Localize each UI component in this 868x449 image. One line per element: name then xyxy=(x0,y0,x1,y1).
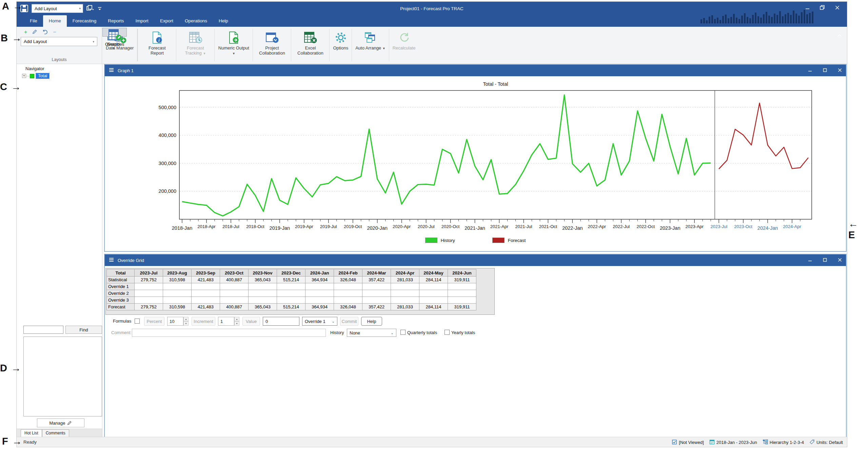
tab-home[interactable]: Home xyxy=(43,15,67,27)
maximize-icon[interactable] xyxy=(823,67,827,74)
hamburger-menu-icon[interactable] xyxy=(109,257,114,263)
percent-stepper[interactable]: 10 ▲▼ xyxy=(167,317,189,326)
grid-cell[interactable]: 365,043 xyxy=(249,277,277,283)
grid-cell[interactable] xyxy=(192,290,220,297)
increment-button[interactable]: Increment xyxy=(192,317,215,326)
hamburger-menu-icon[interactable] xyxy=(109,67,114,74)
grid-cell[interactable] xyxy=(305,290,334,297)
minimize-icon[interactable] xyxy=(805,5,810,10)
grid-cell[interactable]: 364,934 xyxy=(305,304,334,310)
value-button[interactable]: Value xyxy=(242,317,260,326)
grid-cell[interactable] xyxy=(135,283,163,290)
customize-quick-access-icon[interactable] xyxy=(97,6,102,13)
grid-cell[interactable] xyxy=(277,283,305,290)
grid-cell[interactable] xyxy=(220,283,249,290)
commit-button[interactable]: Commit xyxy=(340,317,358,326)
ribbon-collapse-icon[interactable] xyxy=(837,32,842,38)
spin-down-icon[interactable]: ▼ xyxy=(183,321,189,326)
stepper-arrows[interactable]: ▲▼ xyxy=(234,317,239,326)
grid-cell[interactable]: 400,887 xyxy=(220,277,249,283)
spin-down-icon[interactable]: ▼ xyxy=(234,321,239,326)
tab-file[interactable]: File xyxy=(24,15,43,27)
grid-cell[interactable] xyxy=(163,290,192,297)
grid-cell[interactable]: 284,114 xyxy=(419,277,448,283)
left-tab-comments[interactable]: Comments xyxy=(42,429,69,437)
grid-cell[interactable] xyxy=(135,297,163,304)
edit-layout-pencil-icon[interactable] xyxy=(32,29,37,35)
override-select[interactable]: Override 1 ⌄ xyxy=(302,317,337,326)
grid-cell[interactable]: 310,598 xyxy=(163,304,192,310)
overrides-button[interactable]: Overrides xyxy=(102,28,127,37)
grid-cell[interactable] xyxy=(448,290,476,297)
tab-import[interactable]: Import xyxy=(130,15,154,27)
quick-access-layout-combo[interactable]: Add Layout ▾ xyxy=(32,4,83,13)
value-input[interactable]: 0 xyxy=(263,317,299,326)
grid-cell[interactable] xyxy=(362,290,391,297)
grid-cell[interactable] xyxy=(334,290,362,297)
grid-cell[interactable] xyxy=(419,283,448,290)
minimize-icon[interactable] xyxy=(808,67,812,74)
grid-cell[interactable]: 421,483 xyxy=(192,277,220,283)
options-button[interactable]: Options xyxy=(330,28,352,62)
grid-cell[interactable] xyxy=(334,297,362,304)
grid-cell[interactable]: 326,048 xyxy=(334,304,362,310)
grid-cell[interactable] xyxy=(362,283,391,290)
grid-cell[interactable] xyxy=(391,297,419,304)
forecast-report-button[interactable]: i Forecast Report xyxy=(138,28,176,62)
grid-cell[interactable] xyxy=(277,297,305,304)
tab-operations[interactable]: Operations xyxy=(179,15,213,27)
grid-cell[interactable] xyxy=(163,283,192,290)
grid-cell[interactable] xyxy=(220,297,249,304)
grid-cell[interactable]: 365,043 xyxy=(249,304,277,310)
minimize-icon[interactable] xyxy=(808,257,812,263)
history-select[interactable]: None ⌄ xyxy=(347,329,396,337)
hot-list-box[interactable] xyxy=(23,336,102,416)
grid-cell[interactable] xyxy=(163,297,192,304)
numeric-output-button[interactable]: Numeric Output ▼ xyxy=(215,28,253,62)
grid-cell[interactable] xyxy=(135,290,163,297)
grid-cell[interactable] xyxy=(249,283,277,290)
find-input[interactable] xyxy=(23,326,63,334)
remove-layout-icon[interactable]: − xyxy=(53,29,56,35)
grid-cell[interactable]: 319,911 xyxy=(448,304,476,310)
grid-cell[interactable]: 281,033 xyxy=(391,277,419,283)
grid-cell[interactable]: 357,422 xyxy=(362,304,391,310)
tab-reports[interactable]: Reports xyxy=(102,15,130,27)
yearly-totals-checkbox[interactable] xyxy=(445,330,450,335)
stepper-arrows[interactable]: ▲▼ xyxy=(183,317,189,326)
quarterly-totals-checkbox[interactable] xyxy=(400,330,406,335)
grid-cell[interactable] xyxy=(334,283,362,290)
percent-button[interactable]: Percent xyxy=(144,317,164,326)
excel-collaboration-button[interactable]: Excel Collaboration xyxy=(291,28,329,62)
grid-cell[interactable]: 281,033 xyxy=(391,304,419,310)
grid-cell[interactable]: 400,887 xyxy=(220,304,249,310)
layout-windows-icon[interactable] xyxy=(86,5,94,13)
grid-cell[interactable] xyxy=(249,290,277,297)
grid-cell[interactable]: 515,214 xyxy=(277,277,305,283)
increment-stepper[interactable]: 1 ▲▼ xyxy=(218,317,239,326)
grid-cell[interactable] xyxy=(220,290,249,297)
close-icon[interactable] xyxy=(838,257,842,263)
manage-button[interactable]: Manage xyxy=(37,419,84,427)
grid-cell[interactable] xyxy=(305,283,334,290)
grid-cell[interactable]: 319,911 xyxy=(448,277,476,283)
grid-cell[interactable] xyxy=(391,290,419,297)
tree-expander-icon[interactable]: + xyxy=(22,74,26,78)
grid-cell[interactable] xyxy=(362,297,391,304)
layout-combo[interactable]: Add Layout ▾ xyxy=(21,37,97,46)
grid-cell[interactable] xyxy=(192,283,220,290)
project-collaboration-button[interactable]: Project Collaboration xyxy=(253,28,291,62)
tab-export[interactable]: Export xyxy=(154,15,179,27)
grid-cell[interactable] xyxy=(448,283,476,290)
spin-up-icon[interactable]: ▲ xyxy=(183,317,189,321)
maximize-icon[interactable] xyxy=(823,257,827,263)
comment-input[interactable] xyxy=(132,329,326,337)
undo-layout-icon[interactable] xyxy=(42,29,48,35)
help-button[interactable]: Help xyxy=(361,317,382,326)
grid-cell[interactable] xyxy=(249,297,277,304)
grid-cell[interactable] xyxy=(419,290,448,297)
left-tab-hot-list[interactable]: Hot List xyxy=(21,429,42,437)
grid-cell[interactable]: 421,483 xyxy=(192,304,220,310)
grid-cell[interactable] xyxy=(419,297,448,304)
restore-icon[interactable] xyxy=(820,5,825,10)
